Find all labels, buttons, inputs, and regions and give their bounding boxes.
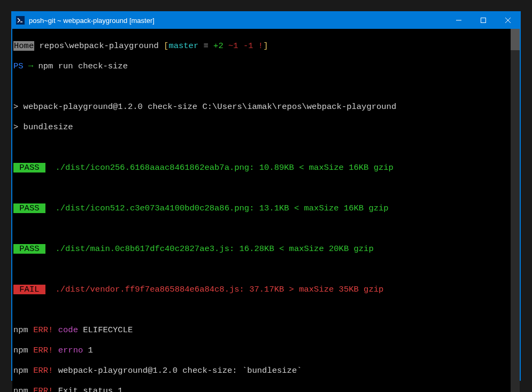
npm-error: npm ERR! errno 1	[13, 346, 510, 356]
scrollbar[interactable]	[511, 29, 520, 392]
titlebar[interactable]: posh~git ~ webpack-playground [master]	[12, 12, 520, 29]
check-pass: PASS ./dist/icon512.c3e073a4100bd0c28a86…	[13, 203, 510, 214]
powershell-icon	[16, 16, 25, 25]
svg-rect-3	[481, 18, 486, 23]
pass-badge: PASS	[13, 203, 45, 213]
terminal-output[interactable]: Home repos\webpack-playground [master ≡ …	[12, 29, 511, 392]
pass-badge: PASS	[13, 163, 45, 173]
terminal-window: posh~git ~ webpack-playground [master] H…	[12, 12, 520, 380]
prompt-line: Home repos\webpack-playground [master ≡ …	[13, 41, 510, 51]
cwd-path: repos\webpack-playground	[34, 41, 164, 51]
git-modified: ~1	[223, 41, 238, 51]
terminal-container: Home repos\webpack-playground [master ≡ …	[12, 29, 520, 392]
maximize-icon	[481, 18, 486, 23]
git-branch: master	[168, 41, 198, 51]
git-untracked: !	[253, 41, 264, 51]
git-deleted: -1	[238, 41, 253, 51]
maximize-button[interactable]	[471, 12, 496, 29]
window-title: posh~git ~ webpack-playground [master]	[29, 17, 446, 25]
command-line: PS → npm run check-size	[13, 61, 510, 72]
command-text: npm run check-size	[38, 61, 128, 71]
minimize-icon	[456, 18, 461, 23]
close-icon	[505, 18, 511, 23]
close-button[interactable]	[496, 12, 520, 29]
pass-badge: PASS	[13, 244, 45, 254]
minimize-button[interactable]	[446, 12, 471, 29]
check-pass: PASS ./dist/main.0c8b617dfc40c2827ae3.js…	[13, 244, 510, 254]
check-pass: PASS ./dist/icon256.6168aaac8461862eab7a…	[13, 163, 510, 173]
npm-script-line: > bundlesize	[13, 122, 510, 132]
scroll-thumb[interactable]	[511, 29, 520, 50]
window-controls	[446, 12, 520, 29]
npm-error: npm ERR! code ELIFECYCLE	[13, 325, 510, 335]
npm-error: npm ERR! Exit status 1	[13, 386, 510, 392]
git-added: +2	[213, 41, 223, 51]
check-fail: FAIL ./dist/vendor.ff9f7ea865884e6a84c8.…	[13, 285, 510, 295]
npm-script-line: > webpack-playground@1.2.0 check-size C:…	[13, 102, 510, 112]
fail-badge: FAIL	[13, 285, 45, 294]
home-badge: Home	[13, 41, 34, 51]
npm-error: npm ERR! webpack-playground@1.2.0 check-…	[13, 366, 510, 376]
